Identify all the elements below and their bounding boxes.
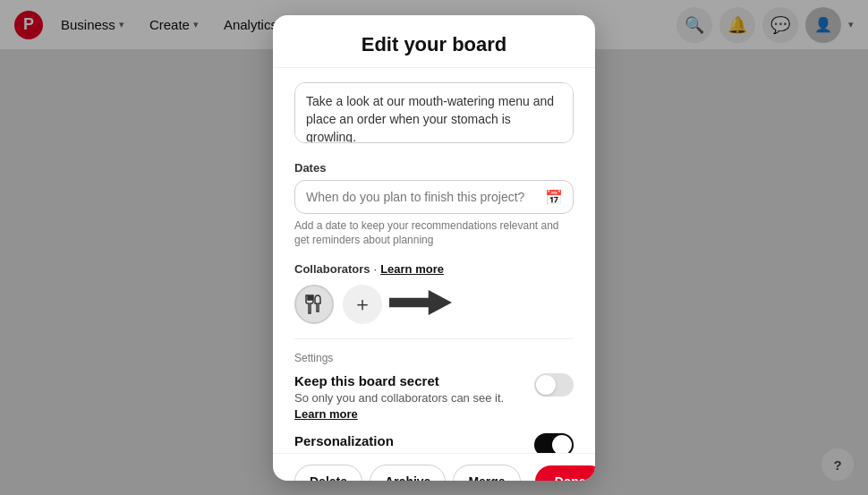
- personalization-toggle[interactable]: [534, 433, 574, 452]
- secret-setting-row: Keep this board secret So only you and c…: [294, 373, 574, 422]
- collaborators-separator: ·: [374, 262, 378, 276]
- personalization-setting-title: Personalization: [294, 433, 523, 448]
- delete-button[interactable]: Delete: [294, 465, 362, 481]
- collaborators-section: Collaborators · Learn more ＋: [294, 262, 574, 324]
- dates-hint: Add a date to keep your recommendations …: [294, 218, 574, 249]
- personalization-setting-row: Personalization Show Pins inspired by th…: [294, 433, 574, 452]
- collaborator-avatar: [294, 285, 334, 324]
- secret-setting-text: Keep this board secret So only you and c…: [294, 373, 534, 422]
- collaborators-label: Collaborators: [294, 262, 370, 276]
- svg-marker-0: [389, 290, 452, 315]
- dates-input-wrap: 📅: [294, 180, 574, 214]
- secret-setting-desc-text: So only you and collaborators can see it…: [294, 391, 504, 405]
- fork-knife-icon: [303, 294, 325, 315]
- add-collaborator-area: ＋: [343, 285, 382, 324]
- dates-label: Dates: [294, 161, 574, 175]
- modal-title: Edit your board: [294, 33, 574, 56]
- secret-setting-desc: So only you and collaborators can see it…: [294, 390, 523, 422]
- personalization-setting-text: Personalization Show Pins inspired by th…: [294, 433, 534, 452]
- collaborators-header: Collaborators · Learn more: [294, 262, 574, 276]
- settings-label: Settings: [294, 352, 574, 364]
- personalization-setting-desc: Show Pins inspired by this board in your…: [294, 450, 523, 452]
- description-section: [294, 82, 574, 147]
- personalization-toggle-thumb: [552, 435, 572, 452]
- modal-overlay[interactable]: Edit your board Dates 📅 Add a date to ke…: [0, 0, 868, 495]
- archive-button[interactable]: Archive: [370, 465, 446, 481]
- merge-button[interactable]: Merge: [453, 465, 520, 481]
- modal-body: Dates 📅 Add a date to keep your recommen…: [273, 68, 595, 453]
- modal-header: Edit your board: [273, 15, 595, 68]
- collaborators-row: ＋: [294, 285, 574, 324]
- dates-section: Dates 📅 Add a date to keep your recommen…: [294, 161, 574, 249]
- collaborators-learn-more[interactable]: Learn more: [380, 262, 444, 276]
- secret-toggle[interactable]: [534, 373, 574, 397]
- dates-input[interactable]: [294, 180, 574, 214]
- add-collaborator-button[interactable]: ＋: [343, 285, 382, 324]
- settings-section: Settings Keep this board secret So only …: [294, 338, 574, 452]
- arrow-annotation: [389, 286, 452, 319]
- done-button[interactable]: Done: [535, 465, 595, 481]
- secret-learn-more[interactable]: Learn more: [294, 407, 358, 421]
- secret-setting-title: Keep this board secret: [294, 373, 523, 388]
- secret-toggle-thumb: [536, 375, 556, 395]
- description-textarea[interactable]: [294, 82, 574, 143]
- edit-board-modal: Edit your board Dates 📅 Add a date to ke…: [273, 15, 595, 481]
- modal-footer: Delete Archive Merge Done: [273, 453, 595, 481]
